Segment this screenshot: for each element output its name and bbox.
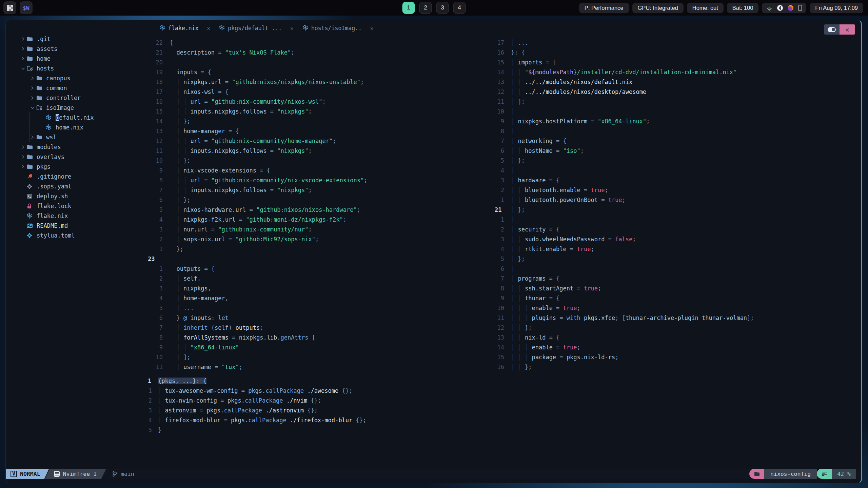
tree-item-controller[interactable]: controller <box>6 93 147 103</box>
line-number: 5 <box>147 425 155 435</box>
clock-pill[interactable]: Fri Aug 09, 17:09 <box>810 3 863 13</box>
tab-hosts-isoImag-[interactable]: hosts/isoImag..✕ <box>302 25 374 32</box>
tree-indent-guide <box>39 113 39 130</box>
tree-item-README.md[interactable]: README.md <box>6 221 147 230</box>
tree-item-flake.nix[interactable]: flake.nix <box>6 211 147 221</box>
code-text: │ ... <box>167 303 194 313</box>
tree-item-wsl[interactable]: wsl <box>6 132 147 142</box>
toggle-button[interactable] <box>824 24 840 35</box>
phone-icon <box>798 5 802 11</box>
code-text: │ │ nix-ld = { <box>508 333 559 343</box>
dollar-w-button[interactable]: $W <box>20 1 33 14</box>
line-number: 3 <box>147 225 167 235</box>
code-text: │ sops-nix.url = "github:Mic92/sops-nix"… <box>167 235 319 244</box>
tab-close-icon[interactable]: ✕ <box>207 25 210 32</box>
workspace-1[interactable]: 1 <box>402 2 415 14</box>
power-profile-pill[interactable]: P: Performance <box>579 3 629 13</box>
code-line: 4│ │ rtkit.enable = true; <box>494 244 861 254</box>
tree-item-assets[interactable]: assets <box>6 44 147 54</box>
close-button[interactable]: ✕ <box>840 24 855 35</box>
code-text: │ home-manager = { <box>167 126 239 136</box>
tree-item-hosts[interactable]: hosts <box>6 63 147 73</box>
tree-item-flake.lock[interactable]: flake.lock <box>6 201 147 211</box>
current-line-number: 1 <box>147 376 155 386</box>
tree-item-home.nix[interactable]: home.nix <box>6 122 147 132</box>
editor-flake-nix[interactable]: 22{21 description = "tux's NixOS Flake";… <box>147 36 494 374</box>
line-number: 13 <box>147 126 167 136</box>
code-line: 2 │ sops-nix.url = "github:Mic92/sops-ni… <box>147 235 494 244</box>
tab-flake-nix[interactable]: flake.nix✕ <box>159 25 210 32</box>
code-line: 8│ <box>494 126 861 136</box>
tree-item-.gitignore[interactable]: .gitignore <box>6 171 147 181</box>
editor-iso-default-nix[interactable]: 17│ ...16}: {15│ imports = [14│ │ "${mod… <box>494 36 861 374</box>
code-text: │ firefox-mod-blur = pkgs.callPackage ./… <box>155 415 366 425</box>
lock-icon <box>27 203 34 209</box>
code-line: 7 │ inherit (self) outputs; <box>147 323 494 333</box>
code-line: 15│ │ │ package = pkgs.nix-ld-rs; <box>494 352 861 362</box>
gpu-pill[interactable]: GPU: Integrated <box>632 3 684 13</box>
home-pill[interactable]: Home: out <box>687 3 724 13</box>
system-tray[interactable] <box>762 3 806 13</box>
code-line: 17│ ... <box>494 38 861 48</box>
tree-item-label: isoImage <box>46 104 74 111</box>
line-number: 1 <box>147 264 167 274</box>
tree-item-modules[interactable]: modules <box>6 142 147 152</box>
code-text: │ │ ../../modules/nixos/desktop/awesome <box>508 87 646 97</box>
tree-item-deploy.sh[interactable]: deploy.sh <box>6 191 147 201</box>
workspace-2[interactable]: 2 <box>419 2 432 14</box>
workspace-3[interactable]: 3 <box>436 2 449 14</box>
workspace-4[interactable]: 4 <box>453 2 466 14</box>
editor-pkgs-default-nix[interactable]: 1{pkgs, ...}: {1│ tux-awesome-wm-config … <box>147 374 861 469</box>
line-number: 8 <box>494 284 508 293</box>
chevron-right-icon <box>30 135 36 140</box>
tree-item-canopus[interactable]: canopus <box>6 73 147 83</box>
code-line: 10│ │ │ enable = true; <box>494 303 861 313</box>
code-text: │ nixpkgs-f2k.url = "github:moni-dz/nixp… <box>167 215 347 225</box>
code-line: 3│ astronvim = pkgs.callPackage ./astron… <box>147 406 861 415</box>
project-name: nixos-config <box>764 469 817 479</box>
code-line: 8 │ forAllSystems = nixpkgs.lib.genAttrs… <box>147 333 494 343</box>
code-text: │ │ inputs.nixpkgs.follows = "nixpkgs"; <box>167 107 312 117</box>
line-number: 15 <box>494 352 508 362</box>
tab-close-icon[interactable]: ✕ <box>290 25 294 32</box>
code-text: │ hardware = { <box>508 176 559 185</box>
code-line: 5│ }; <box>494 254 861 264</box>
folder-icon <box>36 76 43 81</box>
code-text: {pkgs, ...}: { <box>155 376 206 386</box>
tree-item-.sops.yaml[interactable]: .sops.yaml <box>6 181 147 191</box>
code-text: │ │ inputs.nixpkgs.follows = "nixpkgs"; <box>167 146 312 156</box>
scroll-percent: 42 % <box>832 469 856 479</box>
code-line: 13 │ home-manager = { <box>147 126 494 136</box>
tree-item-default.nix[interactable]: default.nix <box>6 113 147 122</box>
code-text: │ tux-awesome-wm-config = pkgs.callPacka… <box>155 386 352 396</box>
line-number: 14 <box>494 343 508 352</box>
line-number: 20 <box>147 58 167 67</box>
line-number: 3 <box>494 235 508 244</box>
folder-icon <box>27 144 34 149</box>
tree-item-home[interactable]: home <box>6 54 147 63</box>
tree-item-common[interactable]: common <box>6 83 147 93</box>
line-number: 6 <box>147 195 167 205</box>
tab-label: hosts/isoImag.. <box>311 25 362 32</box>
code-text: │ ... <box>508 38 528 48</box>
tree-item-pkgs[interactable]: pkgs <box>6 162 147 171</box>
tree-item-label: home.nix <box>56 124 83 131</box>
app-launcher-button[interactable] <box>3 1 16 14</box>
line-number: 22 <box>147 38 167 48</box>
tree-item-.git[interactable]: .git <box>6 34 147 44</box>
line-number: 6 <box>494 146 508 156</box>
battery-pill[interactable]: Bat: 100 <box>727 3 758 13</box>
chevron-down-icon <box>21 66 27 71</box>
tab-pkgs-default-[interactable]: pkgs/default ...✕ <box>219 25 294 32</box>
line-number: 8 <box>147 333 167 343</box>
folder-icon <box>27 56 34 61</box>
tree-item-stylua.toml[interactable]: stylua.toml <box>6 230 147 240</box>
line-number: 2 <box>147 274 167 284</box>
line-number: 5 <box>147 205 167 215</box>
code-line: 2 │ self, <box>147 274 494 284</box>
tree-item-overlays[interactable]: overlays <box>6 152 147 162</box>
line-number: 3 <box>494 176 508 185</box>
line-number: 14 <box>494 67 508 77</box>
tree-item-isoImage[interactable]: isoImage <box>6 103 147 113</box>
tab-close-icon[interactable]: ✕ <box>370 25 374 32</box>
